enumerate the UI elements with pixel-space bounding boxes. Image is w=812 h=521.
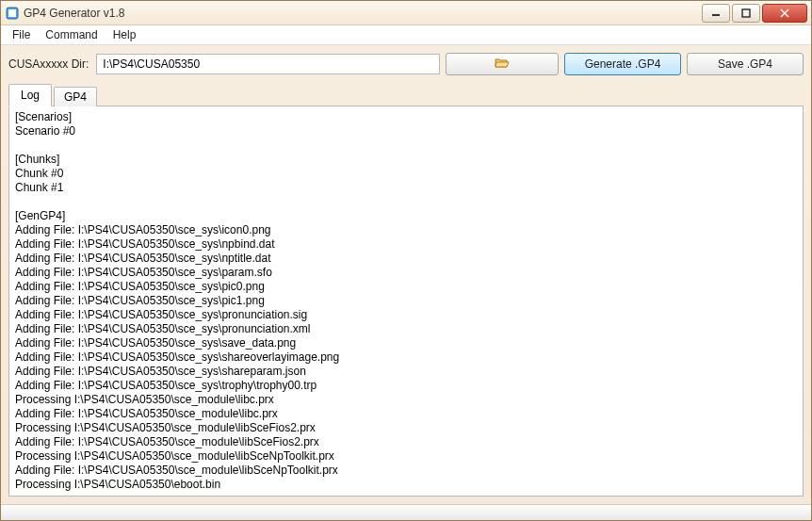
close-button[interactable] (762, 4, 807, 23)
statusbar (1, 504, 811, 520)
dir-input[interactable] (96, 54, 440, 74)
folder-open-icon (495, 57, 510, 73)
svg-rect-1 (8, 9, 16, 17)
app-icon (5, 6, 20, 21)
menubar: File Command Help (1, 25, 811, 45)
tab-gp4[interactable]: GP4 (54, 87, 97, 106)
menu-command[interactable]: Command (38, 25, 105, 44)
titlebar[interactable]: GP4 Generator v1.8 (1, 1, 811, 25)
toolbar: CUSAxxxxx Dir: Generate .GP4 Save .GP4 (1, 45, 811, 83)
save-gp4-button[interactable]: Save .GP4 (687, 53, 804, 75)
window-controls (702, 4, 807, 23)
generate-gp4-button[interactable]: Generate .GP4 (564, 53, 681, 75)
dir-label: CUSAxxxxx Dir: (8, 57, 89, 71)
tab-log[interactable]: Log (8, 84, 52, 106)
tabs-area: Log GP4 [Scenarios] Scenario #0 [Chunks]… (8, 83, 804, 497)
minimize-button[interactable] (702, 4, 730, 23)
tab-row: Log GP4 (8, 83, 804, 106)
maximize-button[interactable] (732, 4, 760, 23)
browse-button[interactable] (446, 53, 559, 75)
menu-help[interactable]: Help (106, 25, 144, 44)
window-title: GP4 Generator v1.8 (24, 7, 702, 20)
menu-file[interactable]: File (5, 25, 38, 44)
svg-rect-3 (742, 9, 750, 17)
log-textarea[interactable]: [Scenarios] Scenario #0 [Chunks] Chunk #… (8, 106, 804, 497)
app-window: GP4 Generator v1.8 File Command Help CUS… (0, 0, 812, 521)
